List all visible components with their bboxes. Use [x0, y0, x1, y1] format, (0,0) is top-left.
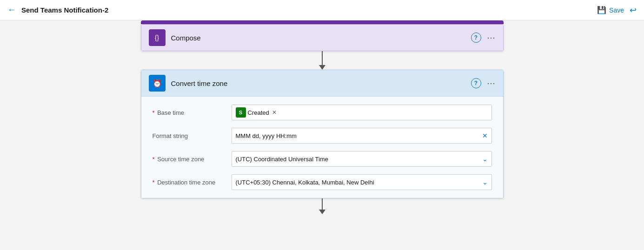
undo-icon[interactable]: ↩: [630, 5, 637, 15]
format-string-row: Format string MMM dd, yyyy HH:mm ✕: [153, 127, 492, 144]
base-time-control: S Created ✕: [232, 105, 492, 120]
base-time-label: * Base time: [153, 109, 232, 116]
convert-card-body: * Base time S Created ✕: [141, 96, 503, 198]
top-bar-right: 💾 Save ↩: [597, 5, 637, 15]
convert-help-icon[interactable]: ?: [471, 78, 481, 88]
source-timezone-label: * Source time zone: [153, 156, 232, 163]
source-timezone-required: *: [153, 156, 155, 163]
destination-timezone-dropdown[interactable]: (UTC+05:30) Chennai, Kolkata, Mumbai, Ne…: [232, 174, 492, 190]
page-title: Send Teams Notification-2: [21, 6, 108, 14]
destination-timezone-control: (UTC+05:30) Chennai, Kolkata, Mumbai, Ne…: [232, 174, 492, 190]
convert-more-icon[interactable]: ⋯: [487, 78, 496, 88]
format-string-clear-icon[interactable]: ✕: [482, 132, 488, 139]
purple-top-bar: [141, 20, 504, 24]
compose-more-icon[interactable]: ⋯: [487, 33, 496, 43]
format-string-label: Format string: [153, 132, 232, 139]
convert-title: Convert time zone: [171, 79, 471, 87]
base-time-input[interactable]: S Created ✕: [232, 105, 492, 120]
compose-help-icon[interactable]: ?: [471, 33, 481, 43]
destination-timezone-row: * Destination time zone (UTC+05:30) Chen…: [153, 174, 492, 191]
compose-icon: {}: [149, 29, 166, 46]
created-tag: S Created ✕: [236, 107, 277, 118]
convert-icon: ⏰: [149, 75, 166, 92]
convert-header[interactable]: ⏰ Convert time zone ? ⋯: [141, 70, 503, 96]
save-disk-icon: 💾: [597, 6, 606, 14]
convert-time-zone-card: ⏰ Convert time zone ? ⋯ * Base time: [141, 70, 504, 198]
top-bar-left: ← Send Teams Notification-2: [7, 5, 108, 15]
format-string-input[interactable]: MMM dd, yyyy HH:mm ✕: [232, 128, 492, 144]
compose-card-actions: ? ⋯: [471, 33, 496, 43]
destination-timezone-required: *: [153, 179, 155, 186]
connector-1: [319, 51, 325, 70]
destination-timezone-chevron-down-icon: ⌄: [482, 178, 488, 186]
source-timezone-value: (UTC) Coordinated Universal Time: [236, 156, 328, 163]
top-bar: ← Send Teams Notification-2 💾 Save ↩: [0, 0, 644, 20]
source-timezone-dropdown[interactable]: (UTC) Coordinated Universal Time ⌄: [232, 151, 492, 167]
flow-canvas: {} Compose ? ⋯ ⏰ Convert time zone: [0, 20, 644, 250]
format-string-control: MMM dd, yyyy HH:mm ✕: [232, 128, 492, 144]
source-timezone-chevron-down-icon: ⌄: [482, 155, 488, 163]
source-timezone-row: * Source time zone (UTC) Coordinated Uni…: [153, 151, 492, 167]
convert-icon-label: ⏰: [153, 79, 162, 88]
save-label: Save: [609, 7, 624, 14]
back-button[interactable]: ←: [7, 5, 16, 15]
bottom-connector-arrow: [319, 210, 325, 214]
convert-card-actions: ? ⋯: [471, 78, 496, 88]
destination-timezone-value: (UTC+05:30) Chennai, Kolkata, Mumbai, Ne…: [236, 179, 374, 186]
compose-header[interactable]: {} Compose ? ⋯: [141, 25, 503, 51]
destination-timezone-label: * Destination time zone: [153, 179, 232, 186]
connector-arrow-1: [319, 65, 325, 70]
connector-line-1: [322, 51, 323, 65]
bottom-connector-line: [322, 198, 323, 210]
source-timezone-control: (UTC) Coordinated Universal Time ⌄: [232, 151, 492, 167]
base-time-row: * Base time S Created ✕: [153, 104, 492, 121]
top-clipped-bar: [141, 20, 504, 24]
bottom-connector: [319, 198, 325, 214]
base-time-required: *: [153, 109, 155, 116]
save-button[interactable]: 💾 Save: [597, 6, 624, 14]
format-string-value: MMM dd, yyyy HH:mm: [236, 132, 297, 139]
tag-created-text: Created: [248, 109, 269, 116]
tag-sharepoint-icon: S: [236, 107, 246, 118]
tag-icon-label: S: [239, 110, 242, 115]
compose-title: Compose: [171, 34, 471, 42]
compose-icon-label: {}: [155, 34, 159, 41]
tag-close-icon[interactable]: ✕: [272, 109, 277, 116]
compose-card: {} Compose ? ⋯: [141, 24, 504, 51]
flow-container: {} Compose ? ⋯ ⏰ Convert time zone: [0, 20, 644, 214]
